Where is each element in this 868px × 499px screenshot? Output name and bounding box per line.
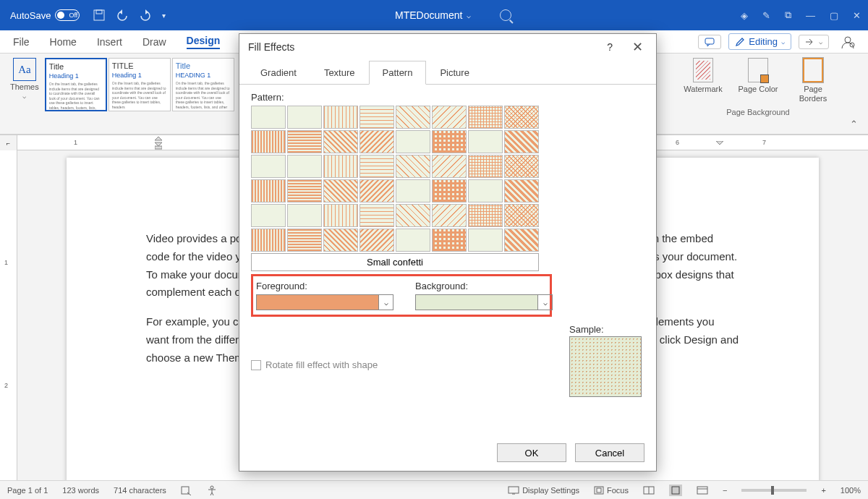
word-count[interactable]: 123 words [62, 486, 99, 495]
pattern-swatch[interactable] [359, 204, 394, 227]
chevron-down-icon[interactable]: ⌵ [537, 295, 552, 310]
pattern-swatch[interactable] [287, 229, 322, 252]
tab-draw[interactable]: Draw [142, 36, 166, 48]
tab-pattern[interactable]: Pattern [369, 61, 427, 85]
pattern-swatch[interactable] [251, 204, 286, 227]
toggle-switch[interactable]: Off [55, 9, 80, 21]
pattern-swatch[interactable] [504, 229, 539, 252]
ok-button[interactable]: OK [497, 443, 566, 462]
themes-group[interactable]: Aa Themes ⌵ [10, 58, 39, 100]
pattern-swatch[interactable] [468, 179, 503, 202]
pattern-swatch[interactable] [468, 204, 503, 227]
ruler-vertical[interactable]: 1 2 [0, 150, 17, 483]
diamond-icon[interactable]: ◈ [741, 10, 748, 21]
pattern-swatch[interactable] [251, 229, 286, 252]
indent-marker-icon[interactable] [155, 137, 162, 150]
style-card[interactable]: Title Heading 1 On the Insert tab, the g… [45, 58, 107, 111]
web-layout-icon[interactable] [697, 486, 708, 495]
style-card[interactable]: TITLE Heading 1 On the Insert tab, the g… [109, 58, 171, 111]
pattern-swatch[interactable] [287, 155, 322, 178]
pattern-swatch[interactable] [432, 204, 467, 227]
pattern-swatch[interactable] [468, 155, 503, 178]
right-indent-marker-icon[interactable] [716, 141, 723, 148]
share-button[interactable]: ⌵ [799, 35, 829, 49]
cancel-button[interactable]: Cancel [575, 443, 644, 462]
tab-insert[interactable]: Insert [97, 36, 122, 48]
pattern-swatch[interactable] [251, 106, 286, 129]
pattern-swatch[interactable] [432, 179, 467, 202]
background-picker[interactable]: ⌵ [415, 294, 553, 310]
pattern-swatch[interactable] [251, 130, 286, 153]
collapse-ribbon-icon[interactable]: ⌃ [850, 119, 858, 129]
tab-file[interactable]: File [13, 36, 30, 48]
chevron-down-icon[interactable]: ⌵ [378, 295, 393, 310]
watermark-button[interactable]: Watermark [682, 58, 724, 103]
pattern-swatch[interactable] [359, 179, 394, 202]
pen-icon[interactable]: ✎ [762, 10, 770, 21]
redo-icon[interactable] [139, 9, 152, 22]
pattern-swatch[interactable] [432, 106, 467, 129]
tab-home[interactable]: Home [50, 36, 77, 48]
window-icon[interactable]: ⧉ [785, 9, 791, 21]
pattern-swatch[interactable] [287, 204, 322, 227]
tab-picture[interactable]: Picture [426, 61, 482, 85]
display-settings-button[interactable]: Display Settings [508, 486, 579, 495]
undo-icon[interactable] [116, 9, 129, 22]
tab-gradient[interactable]: Gradient [247, 61, 310, 85]
tab-design[interactable]: Design [187, 35, 221, 49]
read-mode-icon[interactable] [643, 486, 655, 495]
pattern-swatch[interactable] [323, 155, 358, 178]
pattern-swatch[interactable] [359, 130, 394, 153]
help-icon[interactable]: ? [607, 41, 613, 53]
style-card[interactable]: Title HEADING 1 On the Insert tab, the g… [172, 58, 234, 111]
dialog-titlebar[interactable]: Fill Effects ? ✕ [239, 34, 656, 60]
pattern-swatch[interactable] [396, 130, 430, 153]
zoom-level[interactable]: 100% [841, 486, 861, 495]
pattern-swatch[interactable] [287, 106, 322, 129]
pattern-swatch[interactable] [323, 229, 358, 252]
editing-mode-button[interactable]: Editing ⌵ [728, 33, 791, 50]
pattern-swatch[interactable] [323, 204, 358, 227]
pattern-swatch[interactable] [396, 229, 430, 252]
pattern-swatch[interactable] [251, 155, 286, 178]
pattern-swatch[interactable] [359, 106, 394, 129]
maximize-icon[interactable]: ▢ [830, 10, 838, 21]
pattern-swatch[interactable] [396, 106, 430, 129]
pattern-swatch[interactable] [323, 106, 358, 129]
pattern-swatch[interactable] [432, 130, 467, 153]
pattern-swatch[interactable] [468, 229, 503, 252]
pattern-swatch[interactable] [287, 179, 322, 202]
page-info[interactable]: Page 1 of 1 [7, 486, 48, 495]
comments-button[interactable] [698, 35, 721, 49]
pattern-swatch[interactable] [396, 155, 430, 178]
search-icon[interactable] [500, 9, 511, 21]
pattern-swatch[interactable] [323, 179, 358, 202]
zoom-in[interactable]: + [821, 486, 825, 495]
pattern-swatch[interactable] [504, 179, 539, 202]
pattern-swatch[interactable] [432, 155, 467, 178]
autosave-toggle[interactable]: AutoSave Off [10, 9, 80, 21]
pattern-swatch[interactable] [504, 130, 539, 153]
foreground-picker[interactable]: ⌵ [256, 294, 393, 310]
zoom-out[interactable]: − [723, 486, 727, 495]
focus-button[interactable]: Focus [594, 486, 629, 495]
pattern-swatch[interactable] [396, 179, 430, 202]
close-window-icon[interactable]: ✕ [853, 10, 861, 21]
pattern-swatch[interactable] [287, 130, 322, 153]
document-title[interactable]: MTEDocument ⌵ [395, 9, 471, 21]
page-color-button[interactable]: Page Color [737, 58, 779, 103]
pattern-swatch[interactable] [504, 204, 539, 227]
page-borders-button[interactable]: Page Borders [792, 58, 834, 103]
pattern-swatch[interactable] [359, 229, 394, 252]
pattern-swatch[interactable] [432, 229, 467, 252]
pattern-swatch[interactable] [396, 204, 430, 227]
tab-texture[interactable]: Texture [310, 61, 369, 85]
pattern-swatch[interactable] [359, 155, 394, 178]
close-icon[interactable]: ✕ [627, 39, 647, 55]
pattern-swatch[interactable] [468, 106, 503, 129]
pattern-swatch[interactable] [468, 130, 503, 153]
pattern-swatch[interactable] [323, 130, 358, 153]
spell-check-icon[interactable] [181, 485, 192, 495]
accessibility-icon[interactable] [207, 485, 217, 495]
zoom-slider[interactable] [741, 489, 807, 492]
